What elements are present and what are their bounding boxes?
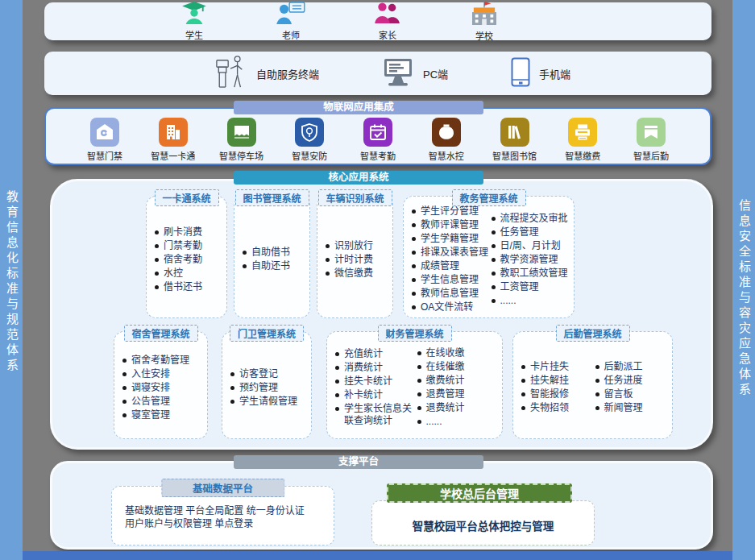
bullet-icon [417, 365, 421, 369]
bullet-icon [155, 258, 159, 262]
list-item-label: 学生家长信息关联查询统计 [344, 403, 417, 427]
list-item: 借书还书 [155, 281, 223, 293]
bullet-icon [417, 406, 421, 410]
list-item-label: 流程提交及审批 [500, 213, 568, 225]
list-item-label: 卡片挂失 [530, 361, 569, 373]
bullet-icon [521, 379, 525, 383]
list-item: 门禁考勤 [155, 240, 223, 252]
list-item-label: 学生请假管理 [239, 396, 297, 408]
feature-list: 卡片挂失挂失解挂智能报修失物招领 [521, 360, 595, 415]
bullet-icon [122, 386, 127, 390]
bullet-icon [155, 230, 159, 234]
list-item-label: ...... [500, 295, 516, 307]
list-item: 宿舍考勤管理 [122, 355, 204, 367]
iot-security: 智慧安防 [278, 118, 341, 162]
bullet-icon [243, 264, 247, 268]
bullet-icon [521, 365, 525, 369]
list-item-label: 补卡统计 [344, 389, 383, 401]
core-section-ribbon: 核心应用系统 [234, 171, 483, 185]
role-teacher: 老师 [262, 2, 320, 41]
list-item-label: 自助借书 [251, 247, 290, 259]
bullet-icon [492, 244, 496, 248]
list-item-label: ...... [426, 416, 442, 428]
school-backend-admin-box: 智慧校园平台总体把控与管理 [371, 500, 595, 545]
list-item-label: 借书还书 [164, 281, 202, 293]
list-item: 计时计费 [326, 254, 389, 266]
list-item: 教职工绩效管理 [492, 268, 571, 280]
iot-attendance: 智慧考勤 [346, 118, 409, 162]
support-section-ribbon: 支撑平台 [234, 455, 483, 469]
bullet-icon [412, 264, 416, 268]
list-item: 挂失卡统计 [335, 375, 417, 388]
list-item: 在线催缴 [417, 361, 500, 373]
iot-water-control: 智慧水控 [415, 118, 478, 162]
bullet-icon [243, 251, 247, 255]
system-box-title: 财务管理系统 [377, 325, 451, 342]
iot-label: 智慧水控 [429, 149, 464, 162]
system-box-title: 图书管理系统 [234, 189, 309, 206]
iot-applications-panel: 智慧门禁 智慧一卡通 [44, 107, 711, 165]
phone-icon [511, 57, 530, 90]
calendar-check-icon [363, 118, 392, 147]
system-box-vehicle-recognition: 车辆识别系统 识别放行计时计费微信缴费 [317, 196, 393, 318]
base-data-line: 用户账户与权限管理 单点登录 [125, 517, 334, 530]
bullet-icon [521, 392, 525, 396]
iot-label: 智慧门禁 [87, 149, 122, 162]
bullet-icon [412, 237, 416, 241]
bullet-icon [521, 406, 525, 410]
list-item-label: 刷卡消费 [164, 226, 202, 239]
list-item: 新闻管理 [595, 402, 670, 414]
bullet-icon [417, 351, 421, 355]
list-item: 教师评课管理 [412, 219, 492, 231]
bullet-icon [412, 223, 416, 227]
role-school: 学校 [455, 1, 513, 42]
support-platform-panel: 基础数据平台 基础数据管理 平台全局配置 统一身份认证 用户账户与权限管理 单点… [50, 461, 713, 550]
terminals-panel: 自助服务终端 PC端 [44, 52, 711, 95]
feature-list: 刷卡消费门禁考勤宿舍考勤水控借书还书 [155, 226, 223, 294]
list-item-label: 入住安排 [131, 368, 170, 380]
list-item: 充值统计 [335, 348, 417, 360]
right-standards-label: 信息安全标准与容灾应急体系 [732, 181, 755, 415]
iot-label: 智慧考勤 [360, 149, 396, 162]
system-box-dormitory: 宿舍管理系统 宿舍考勤管理入住安排调寝安排公告管理寝室管理 [114, 331, 208, 439]
role-label: 老师 [282, 28, 300, 41]
bullet-icon [595, 392, 599, 396]
system-box-logistics: 后勤管理系统 卡片挂失挂失解挂智能报修失物招领 后勤派工任务进度留言板新闻管理 [512, 331, 673, 439]
list-item: 退费管理 [417, 388, 500, 400]
list-item: ...... [417, 416, 500, 428]
bullet-icon [155, 244, 159, 248]
list-item: 排课及课表管理 [412, 247, 492, 259]
bullet-icon [326, 244, 330, 248]
list-item-label: 挂失卡统计 [344, 375, 392, 388]
iot-label: 智慧安防 [292, 149, 327, 162]
bullet-icon [326, 272, 330, 276]
role-label: 家长 [379, 28, 396, 41]
parking-icon [227, 118, 256, 147]
list-item-label: 工资管理 [500, 281, 539, 293]
water-jar-icon [432, 118, 461, 147]
iot-payment: 智慧缴费 [551, 118, 614, 162]
list-item: 任务管理 [492, 226, 571, 239]
list-item-label: 自助还书 [251, 260, 290, 272]
teacher-icon [276, 2, 306, 27]
feature-list: 充值统计消费统计挂失卡统计补卡统计学生家长信息关联查询统计 [335, 347, 417, 428]
bullet-icon [155, 285, 159, 289]
system-box-title: 车辆识别系统 [317, 189, 392, 206]
list-item: 学生请假管理 [230, 396, 308, 408]
student-icon [181, 2, 207, 27]
user-roles-panel: 学生 老师 [44, 2, 711, 40]
logistics-box-icon [637, 118, 666, 147]
feature-list: 访客登记预约管理学生请假管理 [230, 367, 308, 409]
bullet-icon [492, 217, 496, 221]
list-item: 预约管理 [230, 382, 308, 394]
list-item-label: 教师评课管理 [421, 219, 479, 231]
list-item: 退费统计 [417, 402, 500, 414]
list-item-label: 新闻管理 [604, 402, 643, 414]
list-item-label: 寝室管理 [131, 409, 170, 421]
list-item: 日/周、月计划 [492, 240, 571, 252]
list-item-label: 微信缴费 [334, 268, 373, 280]
bottom-accent-bar [23, 551, 732, 560]
terminal-label: 手机端 [539, 66, 570, 81]
one-card-icon [159, 118, 188, 147]
core-applications-panel: 一卡通系统 刷卡消费门禁考勤宿舍考勤水控借书还书 图书管理系统 自助借书自助还书… [50, 179, 713, 450]
